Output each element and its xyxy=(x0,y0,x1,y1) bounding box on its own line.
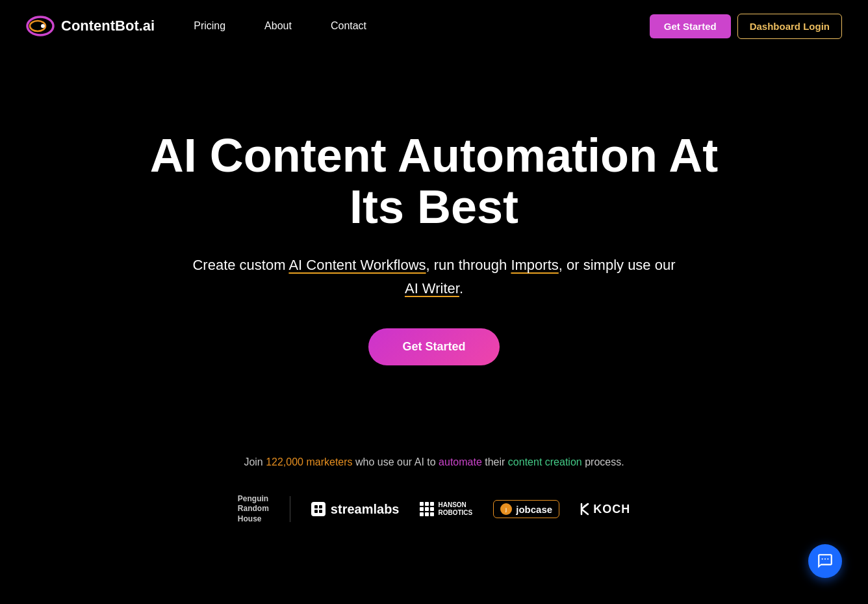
chat-bubble-icon xyxy=(817,553,834,570)
svg-point-2 xyxy=(41,24,45,28)
logo-hanson-robotics: HANSONROBOTICS xyxy=(420,501,472,517)
hanson-dot xyxy=(425,512,429,516)
svg-rect-3 xyxy=(314,505,318,508)
hanson-dot xyxy=(420,512,424,516)
hanson-dot xyxy=(425,507,429,511)
hanson-dot xyxy=(430,502,434,506)
marketers-count: 122,000 marketers xyxy=(266,456,352,467)
main-nav: Pricing About Contact xyxy=(194,20,366,32)
streamlabs-icon xyxy=(311,502,326,516)
hanson-text: HANSONROBOTICS xyxy=(438,501,472,517)
header: ContentBot.ai Pricing About Contact Get … xyxy=(0,0,868,52)
header-right: Get Started Dashboard Login xyxy=(650,14,842,39)
svg-rect-6 xyxy=(319,510,322,513)
header-left: ContentBot.ai Pricing About Contact xyxy=(26,12,366,40)
logo-jobcase: j jobcase xyxy=(493,500,559,518)
ai-content-workflows-link[interactable]: AI Content Workflows xyxy=(288,257,426,273)
logo-area[interactable]: ContentBot.ai xyxy=(26,12,155,40)
brand-logos-bar: PenguinRandomHouse streamlabs xyxy=(238,494,630,525)
logo-divider-1 xyxy=(290,496,290,522)
svg-text:j: j xyxy=(505,507,507,512)
hero-subtitle: Create custom AI Content Workflows, run … xyxy=(187,254,681,299)
imports-link[interactable]: Imports xyxy=(511,257,558,273)
logo-icon xyxy=(26,12,55,40)
hero-section: AI Content Automation At Its Best Create… xyxy=(0,52,868,456)
svg-rect-11 xyxy=(827,558,828,560)
logo-koch: KOCH xyxy=(580,503,630,516)
social-proof-text: Join 122,000 marketers who use our AI to… xyxy=(244,456,624,468)
social-proof-section: Join 122,000 marketers who use our AI to… xyxy=(0,456,868,564)
svg-point-0 xyxy=(27,17,53,35)
koch-k-icon xyxy=(580,503,591,516)
prh-text: PenguinRandomHouse xyxy=(238,494,269,525)
chat-support-button[interactable] xyxy=(808,544,842,578)
hero-title: AI Content Automation At Its Best xyxy=(142,130,726,233)
get-started-hero-button[interactable]: Get Started xyxy=(368,328,499,365)
streamlabs-svg-icon xyxy=(314,505,323,514)
content-creation-phrase: content creation xyxy=(508,456,582,467)
automate-word: automate xyxy=(439,456,482,467)
koch-text: KOCH xyxy=(593,503,630,516)
hanson-dot xyxy=(430,512,434,516)
svg-rect-10 xyxy=(824,558,826,560)
logo-streamlabs: streamlabs xyxy=(311,502,400,517)
jobcase-svg-icon: j xyxy=(502,505,510,513)
jobcase-text: jobcase xyxy=(516,504,552,515)
logo-text: ContentBot.ai xyxy=(61,18,155,34)
streamlabs-text: streamlabs xyxy=(331,502,400,517)
nav-contact[interactable]: Contact xyxy=(331,20,366,32)
svg-rect-5 xyxy=(314,510,318,513)
svg-rect-4 xyxy=(319,505,322,508)
nav-about[interactable]: About xyxy=(264,20,292,32)
hanson-dot xyxy=(420,507,424,511)
logo-penguin-random-house: PenguinRandomHouse xyxy=(238,494,269,525)
dashboard-login-button[interactable]: Dashboard Login xyxy=(737,14,842,39)
nav-pricing[interactable]: Pricing xyxy=(194,20,225,32)
hanson-grid-icon xyxy=(420,502,434,516)
svg-rect-9 xyxy=(822,558,823,560)
get-started-header-button[interactable]: Get Started xyxy=(650,14,731,38)
hanson-dot xyxy=(420,502,424,506)
hanson-dot xyxy=(425,502,429,506)
jobcase-icon: j xyxy=(500,503,512,515)
ai-writer-link[interactable]: AI Writer xyxy=(405,280,459,296)
hanson-dot xyxy=(430,507,434,511)
